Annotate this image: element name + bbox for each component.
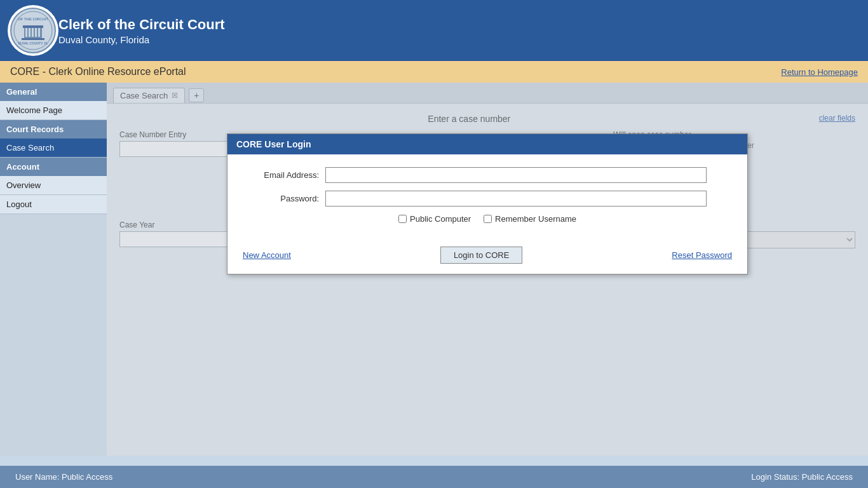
reset-password-link[interactable]: Reset Password [672, 250, 732, 260]
login-modal: CORE User Login Email Address: Password:… [227, 133, 748, 274]
svg-text:OF THE CIRCUIT: OF THE CIRCUIT [18, 17, 48, 21]
footer-username: User Name: Public Access [15, 472, 112, 482]
svg-rect-10 [38, 28, 40, 37]
checkbox-row: Public Computer Remember Username [243, 214, 732, 224]
modal-body: Email Address: Password: Public Computer [227, 154, 747, 247]
header-title-block: Clerk of the Circuit Court Duval County,… [58, 17, 225, 45]
header-sub: CORE - Clerk Online Resource ePortal Ret… [0, 61, 868, 83]
public-computer-label[interactable]: Public Computer [398, 214, 471, 224]
password-label: Password: [243, 194, 319, 203]
login-button[interactable]: Login to CORE [440, 247, 522, 264]
court-title: Clerk of the Circuit Court [58, 17, 225, 33]
sidebar-section-general: General [0, 83, 107, 101]
svg-rect-9 [35, 28, 37, 37]
sidebar-item-overview[interactable]: Overview [0, 176, 107, 195]
court-subtitle: Duval County, Florida [58, 34, 225, 45]
remember-username-label[interactable]: Remember Username [484, 214, 576, 224]
sidebar-item-case-search[interactable]: Case Search [0, 139, 107, 158]
court-logo: OF THE CIRCUIT DUVAL COUNTY, FL [8, 5, 58, 56]
email-row: Email Address: [243, 167, 732, 183]
new-account-link[interactable]: New Account [243, 250, 291, 260]
svg-text:DUVAL COUNTY, FL: DUVAL COUNTY, FL [18, 41, 48, 45]
sidebar-section-account: Account [0, 158, 107, 176]
password-row: Password: [243, 191, 732, 207]
email-label: Email Address: [243, 170, 319, 180]
sidebar-item-welcome-page[interactable]: Welcome Page [0, 101, 107, 120]
public-computer-checkbox[interactable] [398, 215, 407, 223]
sidebar-section-court-records: Court Records [0, 120, 107, 139]
modal-overlay: CORE User Login Email Address: Password:… [107, 83, 868, 456]
svg-rect-4 [23, 25, 43, 28]
footer: User Name: Public Access Login Status: P… [0, 466, 868, 488]
modal-title: CORE User Login [227, 134, 747, 154]
sidebar-item-logout[interactable]: Logout [0, 195, 107, 214]
sidebar: General Welcome Page Court Records Case … [0, 83, 107, 456]
svg-rect-8 [32, 28, 34, 37]
password-input[interactable] [325, 191, 707, 207]
email-input[interactable] [325, 167, 707, 183]
svg-rect-5 [22, 38, 44, 40]
header-top: OF THE CIRCUIT DUVAL COUNTY, FL Clerk of… [0, 0, 868, 61]
svg-rect-6 [25, 28, 27, 37]
footer-login-status: Login Status: Public Access [751, 472, 853, 482]
remember-username-checkbox[interactable] [484, 215, 492, 223]
portal-title: CORE - Clerk Online Resource ePortal [10, 66, 186, 78]
svg-rect-7 [29, 28, 31, 37]
main-layout: General Welcome Page Court Records Case … [0, 83, 868, 456]
return-homepage-link[interactable]: Return to Homepage [781, 67, 858, 77]
modal-footer: New Account Login to CORE Reset Password [227, 247, 747, 274]
content-area: Case Search ☒ + clear fields Enter a cas… [107, 83, 868, 456]
